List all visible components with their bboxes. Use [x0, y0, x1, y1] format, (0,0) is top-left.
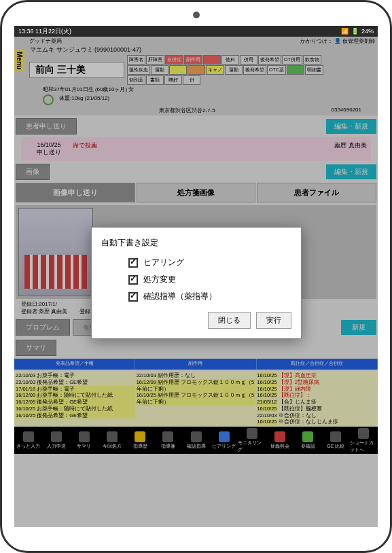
tag[interactable]: 運動 — [225, 65, 243, 75]
tag[interactable]: 明細書 — [305, 65, 323, 75]
tag[interactable]: 嗜好 — [164, 75, 182, 85]
checkbox-rx-change[interactable]: 処方変更 — [128, 274, 291, 285]
check-icon — [128, 275, 138, 285]
menu-tab[interactable]: Menu — [14, 49, 24, 72]
query-icon — [274, 431, 285, 442]
note-date: 16/10/25 — [37, 141, 60, 148]
bb-ge-compare[interactable]: GE 比較 — [322, 427, 350, 454]
rx-icon — [107, 431, 118, 442]
screen: 13:36 11月22日(火) 📶 🔋 24% Menu グッドナ薬局 かかりつ… — [14, 26, 378, 527]
section-images[interactable]: 画像 — [16, 164, 50, 180]
tag[interactable] — [188, 65, 205, 75]
list-item: 16/12/09 副作用歴 フロモックス錠１００ｍｇ（5年前に下痢） — [137, 379, 256, 393]
tag[interactable]: 運動 — [151, 65, 168, 75]
tab-patient-file[interactable]: 患者ファイル — [257, 183, 376, 202]
section-problem[interactable]: プロブレム — [16, 319, 70, 336]
app-root: Menu グッドナ薬局 かかりつけ： 👤 仮管理薬剤師 マエムキ サンジュウミ … — [14, 37, 378, 527]
col-sideeffects: 22/10/03 副作用歴：なし 16/12/09 副作用歴 フロモックス錠１０… — [137, 372, 256, 425]
tag[interactable]: 後発希望 — [243, 65, 266, 75]
list-item: 21/05/12 【合】じんま疹 — [257, 399, 376, 406]
bb-quick-input[interactable]: さっと入力 — [14, 427, 42, 454]
list-item: 16/10/25 【現】2型糖尿病 — [257, 379, 376, 386]
tag[interactable]: 慢性疾患 — [127, 65, 150, 75]
bb-confirm-guide[interactable]: 確認指導 — [182, 427, 210, 454]
alert-icon — [302, 431, 313, 442]
section-patient-notes[interactable]: 患者申し送り — [16, 118, 77, 135]
battery-icon: 🔋 — [351, 28, 359, 35]
patient-name[interactable]: 前向 三十美 — [29, 62, 124, 78]
tag[interactable]: 飲食物 — [303, 55, 321, 65]
compare-icon — [330, 431, 341, 442]
execute-button[interactable]: 実行 — [256, 312, 291, 329]
bb-hearing[interactable]: ヒアリング — [210, 427, 238, 454]
shortcut-icon — [358, 428, 369, 439]
wifi-icon: 📶 — [341, 28, 349, 35]
tag[interactable]: 後発希望 — [258, 55, 281, 65]
tag[interactable] — [287, 65, 304, 75]
camera-dot — [193, 12, 200, 18]
monitor-icon — [247, 428, 257, 439]
edit-new-button-2[interactable]: 編集・新規 — [326, 164, 376, 179]
tag[interactable]: キャノ — [206, 65, 224, 75]
tag-grid: 障害者 肝障害 自併症 副作用 他科 併用 後発希望 OT併用 飲食物 慢性疾 — [127, 55, 331, 85]
list-item: 16/10/25 ※合併症：なしじんま疹 — [257, 418, 376, 425]
tag[interactable]: 併用 — [240, 55, 257, 65]
list-item: 16/10/25 副作用歴 フロモックス錠１００ｍｇ（5年前に下痢） — [137, 392, 256, 406]
bb-query[interactable]: 疑義照会 — [266, 427, 293, 454]
tag[interactable]: 他科 — [221, 55, 239, 65]
tag[interactable]: 書類 — [146, 75, 164, 85]
tag[interactable]: 個別薬 — [127, 75, 145, 85]
bottom-toolbar: さっと入力 入力申送 サマリ 今回処方 指導歴 指導箋 確認指導 ヒアリング モ… — [14, 427, 378, 454]
checkbox-hearing[interactable]: ヒアリング — [128, 257, 291, 268]
checkbox-confirm-guide[interactable]: 確認指導（薬指導） — [128, 291, 291, 302]
tag[interactable] — [203, 55, 221, 65]
tag[interactable]: OTC薬 — [267, 65, 286, 75]
new-button[interactable]: 新規 — [341, 320, 376, 335]
tab-rx-image[interactable]: 処方箋画像 — [137, 183, 256, 202]
col-notebook: 22/10/03 お薬手帳：電子 22/10/03 後発品希望：GE希望 17/… — [16, 372, 135, 425]
patient-kana: マエムキ サンジュウミ — [30, 46, 93, 53]
section-summary[interactable]: サマリ — [16, 340, 56, 356]
list-item: 16/12/09 後発品希望：GE希望 — [16, 399, 135, 406]
grid-icon — [23, 431, 34, 442]
status-bar: 13:36 11月22日(火) 📶 🔋 24% — [14, 26, 378, 37]
note-author: 薬歴 真由美 — [306, 141, 367, 157]
status-time: 13:36 — [18, 28, 34, 35]
confirm-icon — [191, 431, 202, 442]
seal-icon — [162, 431, 173, 442]
tag[interactable]: 併 — [183, 75, 200, 85]
sync-icon[interactable] — [43, 94, 54, 105]
hearing-icon — [219, 431, 230, 442]
close-button[interactable]: 閉じる — [208, 312, 251, 329]
tag[interactable]: 自併症 — [165, 55, 183, 65]
note-label: 申し送り — [37, 149, 61, 156]
tag[interactable]: 副作用 — [184, 55, 202, 65]
tab-image-notes[interactable]: 画像申し送り — [16, 183, 135, 202]
modal-title: 自動下書き設定 — [101, 237, 291, 249]
bb-current-rx[interactable]: 今回処方 — [98, 427, 126, 454]
bb-guidance-hist[interactable]: 指導歴 — [126, 427, 154, 454]
col-history: 16/10/25 【現】高血圧症 16/10/25 【現】2型糖尿病 16/10… — [257, 372, 376, 425]
list-item: 22/10/03 副作用歴：なし — [137, 372, 256, 379]
status-date: 11月22日(火) — [35, 28, 71, 35]
user-name: 仮管理薬剤師 — [342, 38, 375, 44]
list-item: 16/10/25 【現】高血圧症 — [257, 372, 376, 379]
battery-pct: 24% — [361, 28, 374, 35]
list-item: 17/01/16 お薬手帳：電子 — [16, 386, 135, 393]
bb-guidance-seal[interactable]: 指導箋 — [154, 427, 182, 454]
image-thumbnail[interactable] — [18, 208, 93, 296]
tag[interactable] — [169, 65, 187, 75]
bb-summary[interactable]: サマリ — [70, 427, 98, 454]
bb-monitoring[interactable]: モニタリング — [238, 427, 266, 454]
tag[interactable]: OT併用 — [282, 55, 302, 65]
list-item: 22/10/03 お薬手帳：電子 — [16, 372, 135, 379]
reg-author: 登録者:薬歴 真由美 — [21, 308, 67, 315]
edit-new-button[interactable]: 編集・新規 — [326, 119, 376, 134]
bb-input-note[interactable]: 入力申送 — [42, 427, 70, 454]
bb-shortcut[interactable]: ショートカットへ — [350, 427, 378, 454]
list-item: 22/10/03 後発品希望：GE希望 — [16, 379, 135, 386]
bb-needcheck[interactable]: 要確認 — [294, 427, 322, 454]
note-row[interactable]: 16/10/25申し送り 席で投薬 薬歴 真由美 — [21, 137, 371, 161]
tag[interactable]: 肝障害 — [146, 55, 164, 65]
tag[interactable]: 障害者 — [127, 55, 145, 65]
